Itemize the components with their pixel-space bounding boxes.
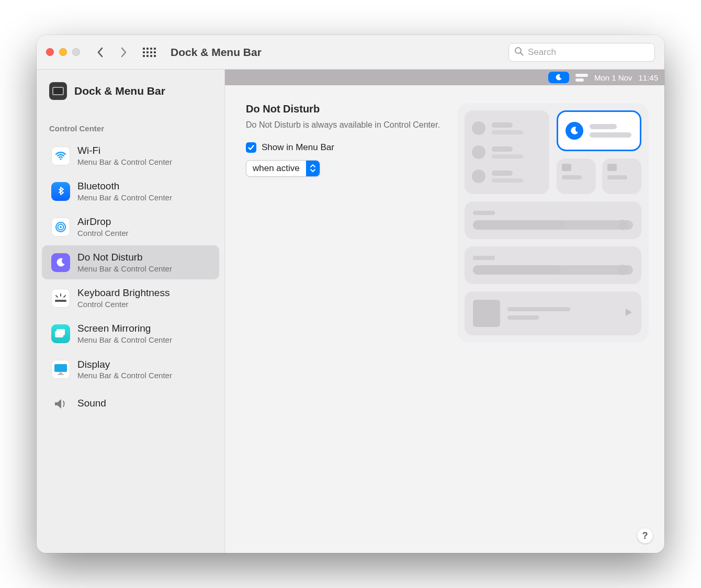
sidebar-item-airdrop[interactable]: AirDrop Control Center [42,210,219,244]
menubar-control-center-icon [575,73,588,82]
svg-rect-13 [59,372,62,374]
sidebar-item-screen-mirroring[interactable]: Screen Mirroring Menu Bar & Control Cent… [42,316,219,350]
sidebar-item-label: Display [77,359,172,370]
moon-icon [566,122,583,140]
play-icon [624,308,633,319]
airdrop-icon [51,218,70,236]
search-icon [514,47,524,58]
chevron-left-icon [96,47,105,58]
help-label: ? [642,530,648,541]
svg-rect-9 [55,300,66,302]
sidebar-item-display[interactable]: Display Menu Bar & Control Center [42,353,219,387]
svg-line-1 [521,53,523,55]
sidebar-item-bluetooth[interactable]: Bluetooth Menu Bar & Control Center [42,174,219,208]
sidebar-item-label: Do Not Disturb [77,252,172,263]
detail-pane: Mon 1 Nov 11:45 Do Not Disturb Do Not Di… [225,70,664,553]
dock-menu-bar-icon [49,82,67,100]
sidebar-item-label: Bluetooth [77,180,172,192]
chevron-right-icon [119,47,128,58]
menubar-date: Mon 1 Nov [594,73,632,82]
menubar-preview: Mon 1 Nov 11:45 [225,70,664,85]
zoom-window-button[interactable] [72,48,80,56]
preview-now-playing-tile [465,291,641,335]
preview-connectivity-tile [465,110,549,194]
svg-rect-14 [58,374,64,375]
sidebar-item-label: Sound [77,398,106,409]
back-button[interactable] [93,44,108,60]
sidebar-item-sublabel: Menu Bar & Control Center [77,157,172,166]
svg-rect-12 [54,364,67,372]
preview-sound-slider-tile [465,246,641,284]
dropdown-value: when active [246,163,306,174]
svg-line-7 [56,296,58,297]
search-input[interactable] [528,47,649,58]
show-in-menu-bar-label: Show in Menu Bar [262,142,334,153]
sidebar-item-sublabel: Control Center [77,300,169,309]
sidebar-top-label: Dock & Menu Bar [74,85,165,97]
window-title: Dock & Menu Bar [171,46,262,59]
svg-point-5 [60,226,62,228]
dropdown-stepper-icon [306,161,320,176]
control-center-preview [457,103,649,542]
display-icon [51,360,70,379]
menubar-dnd-status-icon [548,72,569,83]
sidebar-item-sound[interactable]: Sound [42,388,219,420]
sidebar-item-keyboard-brightness[interactable]: Keyboard Brightness Control Center [42,281,219,315]
detail-title: Do Not Disturb [246,103,445,115]
show-all-preferences-button[interactable] [143,48,156,57]
sidebar-item-sublabel: Menu Bar & Control Center [77,264,172,273]
toolbar: Dock & Menu Bar [37,35,664,70]
svg-rect-11 [55,331,63,337]
menubar-time: 11:45 [638,73,658,82]
preview-display-slider-tile [465,201,641,239]
preview-mini-tile-2 [602,159,641,194]
sidebar[interactable]: Dock & Menu Bar Control Center Wi-Fi Men… [37,70,225,553]
preview-mini-tile-1 [557,159,596,194]
sidebar-item-sublabel: Menu Bar & Control Center [77,193,172,202]
forward-button[interactable] [116,44,131,60]
sidebar-item-sublabel: Menu Bar & Control Center [77,335,172,344]
sidebar-group-label: Control Center [37,109,224,137]
sidebar-item-dock-menu-bar[interactable]: Dock & Menu Bar [37,70,224,109]
sidebar-item-wifi[interactable]: Wi-Fi Menu Bar & Control Center [42,139,219,173]
sidebar-item-sublabel: Menu Bar & Control Center [77,371,172,380]
detail-description: Do Not Disturb is always available in Co… [246,119,445,131]
sidebar-item-do-not-disturb[interactable]: Do Not Disturb Menu Bar & Control Center [42,245,219,279]
show-in-menu-bar-row: Show in Menu Bar [246,142,445,153]
bluetooth-icon [51,182,70,201]
sound-icon [51,394,70,413]
close-window-button[interactable] [46,48,54,56]
do-not-disturb-icon [51,253,70,272]
wifi-icon [51,146,70,165]
sidebar-item-label: Screen Mirroring [77,323,172,334]
window-controls [46,48,80,56]
minimize-window-button[interactable] [59,48,67,56]
checkmark-icon [247,144,255,151]
sidebar-item-sublabel: Control Center [77,229,129,238]
show-in-menu-bar-checkbox[interactable] [246,142,256,153]
sidebar-item-label: AirDrop [77,216,129,228]
help-button[interactable]: ? [637,528,653,544]
preview-dnd-tile [557,110,641,151]
sidebar-item-label: Wi-Fi [77,145,172,156]
keyboard-brightness-icon [51,289,70,308]
svg-point-2 [60,158,61,160]
search-field[interactable] [508,43,655,62]
svg-line-8 [64,296,65,297]
sidebar-item-label: Keyboard Brightness [77,287,169,299]
system-preferences-window: Dock & Menu Bar Dock & Menu Bar Control … [37,35,664,553]
screen-mirroring-icon [51,324,70,343]
show-condition-dropdown[interactable]: when active [246,160,320,177]
